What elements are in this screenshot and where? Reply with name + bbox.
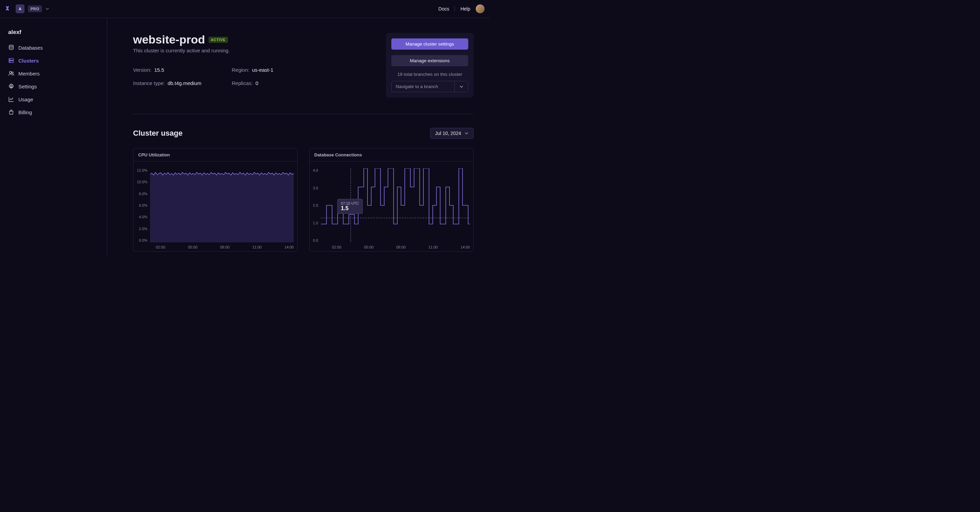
divider xyxy=(133,114,474,114)
branch-select-placeholder: Navigate to a branch xyxy=(392,81,454,92)
sidebar-item-label: Settings xyxy=(18,84,37,89)
usage-title: Cluster usage xyxy=(133,129,183,138)
version-value: 15.5 xyxy=(154,67,164,73)
sidebar-title: alexf xyxy=(5,29,102,41)
conn-chart-title: Database Connections xyxy=(310,149,474,162)
chevron-down-icon[interactable] xyxy=(45,7,49,11)
server-icon xyxy=(8,57,14,63)
chevron-down-icon xyxy=(460,85,463,89)
sidebar-item-label: Billing xyxy=(18,109,32,115)
instance-label: Instance type: xyxy=(133,80,165,86)
users-icon xyxy=(8,70,14,76)
conn-y-axis: 4.0 3.0 2.0 1.0 0.0 xyxy=(313,168,321,243)
docs-link[interactable]: Docs xyxy=(438,6,449,11)
svg-point-5 xyxy=(10,71,11,73)
replicas-value: 0 xyxy=(256,80,258,86)
pro-badge: PRO xyxy=(28,5,42,12)
avatar[interactable] xyxy=(476,5,485,13)
svg-point-7 xyxy=(11,86,12,87)
chevron-down-icon xyxy=(465,131,469,135)
branch-count-note: 19 total branches on this cluster xyxy=(391,72,468,77)
date-value: Jul 10, 2024 xyxy=(435,130,461,136)
bag-icon xyxy=(8,109,14,115)
sidebar-item-usage[interactable]: Usage xyxy=(5,93,102,106)
sidebar-item-label: Databases xyxy=(18,45,43,51)
cpu-plot[interactable] xyxy=(150,168,294,243)
region-label: Region: xyxy=(232,67,250,73)
svg-point-6 xyxy=(12,72,14,74)
svg-point-0 xyxy=(9,45,13,47)
chart-icon xyxy=(8,96,14,102)
conn-plot[interactable]: 07:10 UTC 1.5 xyxy=(321,168,470,243)
manage-extensions-button[interactable]: Manage extensions xyxy=(391,55,468,66)
cluster-subtitle: This cluster is currently active and run… xyxy=(133,48,331,53)
sidebar-item-databases[interactable]: Databases xyxy=(5,41,102,54)
branch-select-toggle[interactable] xyxy=(454,81,468,92)
divider xyxy=(455,6,455,11)
cpu-chart-card: CPU Utilization 12.0% 10.0% 8.0% 6.0% 4.… xyxy=(133,148,298,252)
replicas-label: Replicas: xyxy=(232,80,253,86)
sidebar-item-settings[interactable]: Settings xyxy=(5,80,102,93)
conn-x-axis: 02:00 05:00 08:00 11:00 14:00 xyxy=(313,243,470,249)
region-value: us-east-1 xyxy=(252,67,274,73)
cluster-title: website-prod xyxy=(133,33,205,46)
manage-settings-button[interactable]: Manage cluster settings xyxy=(391,38,468,50)
status-badge: ACTIVE xyxy=(208,37,228,43)
cpu-y-axis: 12.0% 10.0% 8.0% 6.0% 4.0% 2.0% 0.0% xyxy=(137,168,150,243)
svg-point-3 xyxy=(10,59,10,60)
org-badge[interactable]: A xyxy=(16,5,24,13)
cpu-chart-title: CPU Utilization xyxy=(134,149,298,162)
sidebar-item-members[interactable]: Members xyxy=(5,67,102,80)
sidebar-item-label: Members xyxy=(18,71,40,76)
branch-select[interactable]: Navigate to a branch xyxy=(391,81,468,92)
conn-chart-card: Database Connections 4.0 3.0 2.0 1.0 0.0 xyxy=(309,148,474,252)
help-link[interactable]: Help xyxy=(460,6,470,11)
svg-point-4 xyxy=(10,62,10,62)
sidebar-item-label: Clusters xyxy=(18,58,39,63)
database-icon xyxy=(8,44,14,51)
sidebar-item-clusters[interactable]: Clusters xyxy=(5,54,102,67)
sidebar-item-label: Usage xyxy=(18,97,33,102)
date-picker[interactable]: Jul 10, 2024 xyxy=(430,128,474,139)
cpu-x-axis: 02:00 05:00 08:00 11:00 14:00 xyxy=(137,243,294,249)
actions-panel: Manage cluster settings Manage extension… xyxy=(386,33,474,98)
gear-icon xyxy=(8,83,14,89)
logo-icon xyxy=(5,5,12,12)
sidebar-item-billing[interactable]: Billing xyxy=(5,106,102,119)
version-label: Version: xyxy=(133,67,151,73)
instance-value: db.t4g.medium xyxy=(167,80,201,86)
